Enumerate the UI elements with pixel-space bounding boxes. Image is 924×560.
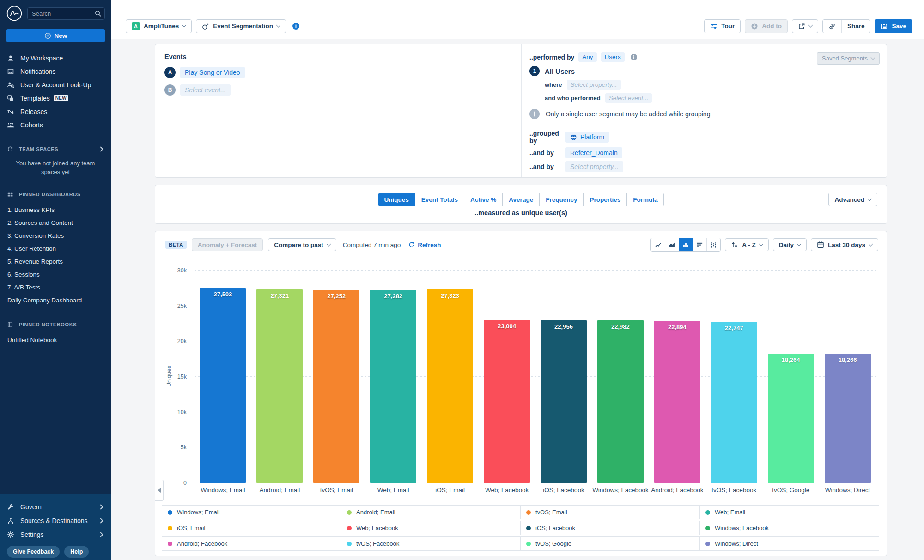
and-by-property-select[interactable]: Select property... bbox=[565, 161, 623, 172]
dashboard-item-6-sessions[interactable]: 6. Sessions bbox=[0, 268, 111, 281]
legend-item-windows-facebook[interactable]: Windows; Facebook bbox=[699, 521, 879, 535]
sidebar-item-my-workspace[interactable]: My Workspace bbox=[0, 51, 111, 65]
dashboard-item-3-conversion-rates[interactable]: 3. Conversion Rates bbox=[0, 229, 111, 242]
bar-tvos-google[interactable]: 18,264 bbox=[768, 354, 814, 483]
sidebar-item-user-account-look-up[interactable]: User & Account Look-Up bbox=[0, 78, 111, 91]
legend-item-ios-facebook[interactable]: iOS; Facebook bbox=[520, 521, 700, 535]
legend-item-windows-direct[interactable]: Windows; Direct bbox=[699, 536, 879, 551]
sidebar-item-cohorts[interactable]: Cohorts bbox=[0, 118, 111, 132]
add-to-button[interactable]: Add to bbox=[745, 19, 788, 33]
bar-tvos-email[interactable]: 27,252 bbox=[313, 290, 359, 483]
legend-item-tvos-facebook[interactable]: tvOS; Facebook bbox=[341, 536, 521, 551]
area-chart-button[interactable] bbox=[665, 238, 679, 251]
search-input[interactable] bbox=[27, 7, 105, 20]
sidebar-item-notifications[interactable]: Notifications bbox=[0, 65, 111, 78]
tab-frequency[interactable]: Frequency bbox=[539, 193, 583, 206]
row-chart-button[interactable] bbox=[693, 238, 706, 251]
help-button[interactable]: Help bbox=[64, 546, 89, 558]
and-who-performed-label: and who performed bbox=[545, 95, 601, 102]
save-button[interactable]: Save bbox=[875, 19, 912, 33]
search-box[interactable] bbox=[27, 7, 105, 20]
event-chip-play-song-or-video[interactable]: Play Song or Video bbox=[180, 67, 245, 78]
amplitude-logo-icon[interactable] bbox=[6, 6, 22, 21]
legend-item-windows-email[interactable]: Windows; Email bbox=[162, 505, 341, 519]
copy-link-button[interactable] bbox=[823, 20, 841, 33]
bar-android-facebook[interactable]: 22,894 bbox=[654, 321, 700, 483]
refresh-button[interactable]: Refresh bbox=[408, 241, 441, 248]
sidebar-item-sources-destinations[interactable]: Sources & Destinations bbox=[0, 514, 111, 528]
advanced-button[interactable]: Advanced bbox=[828, 193, 877, 206]
dashboard-item-5-revenue-reports[interactable]: 5. Revenue Reports bbox=[0, 255, 111, 268]
compare-to-past-button[interactable]: Compare to past bbox=[268, 238, 336, 251]
legend-item-web-facebook[interactable]: Web; Facebook bbox=[341, 521, 521, 535]
bar-windows-email[interactable]: 27,503 bbox=[200, 288, 246, 483]
and-who-event-select[interactable]: Select event... bbox=[605, 93, 652, 103]
date-range-button[interactable]: Last 30 days bbox=[811, 238, 878, 251]
bar-slot: 22,982 bbox=[592, 320, 649, 483]
dashboard-item-daily-company-dashboard[interactable]: Daily Company Dashboard bbox=[0, 294, 111, 307]
analysis-type-button[interactable]: Event Segmentation bbox=[196, 19, 286, 33]
bar-slot: 18,266 bbox=[819, 354, 876, 483]
team-spaces-icon bbox=[7, 146, 13, 152]
bar-android-email[interactable]: 27,321 bbox=[256, 289, 303, 483]
where-property-select[interactable]: Select property... bbox=[567, 80, 621, 90]
tab-event-totals[interactable]: Event Totals bbox=[415, 193, 464, 206]
new-button[interactable]: New bbox=[6, 29, 105, 42]
dashboard-item-7-a-b-tests[interactable]: 7. A/B Tests bbox=[0, 281, 111, 294]
bar-web-email[interactable]: 27,282 bbox=[370, 290, 416, 483]
sidebar-item-govern[interactable]: Govern bbox=[0, 500, 111, 514]
sidebar-item-templates[interactable]: TemplatesNEW bbox=[0, 91, 111, 105]
export-button[interactable] bbox=[792, 19, 818, 33]
tab-uniques[interactable]: Uniques bbox=[378, 193, 415, 206]
sidebar-item-label: Sources & Destinations bbox=[20, 517, 88, 524]
sidebar-item-settings[interactable]: Settings bbox=[0, 528, 111, 542]
info-icon[interactable] bbox=[630, 54, 638, 61]
column-chart-button[interactable] bbox=[679, 238, 693, 251]
sidebar-item-releases[interactable]: Releases bbox=[0, 105, 111, 118]
legend-item-android-facebook[interactable]: Android; Facebook bbox=[162, 536, 341, 551]
tab-formula[interactable]: Formula bbox=[626, 193, 663, 206]
bar-value-label: 27,321 bbox=[256, 292, 303, 299]
give-feedback-button[interactable]: Give Feedback bbox=[7, 546, 60, 558]
legend-item-tvos-google[interactable]: tvOS; Google bbox=[520, 536, 700, 551]
dashboard-item-2-sources-and-content[interactable]: 2. Sources and Content bbox=[0, 217, 111, 229]
bar-tvos-facebook[interactable]: 22,747 bbox=[711, 322, 757, 483]
tab-average[interactable]: Average bbox=[502, 193, 539, 206]
dashboard-item-4-user-retention[interactable]: 4. User Retention bbox=[0, 242, 111, 255]
project-selector-button[interactable]: A AmpliTunes bbox=[126, 19, 192, 33]
and-by-chip[interactable]: Referer_Domain bbox=[565, 147, 622, 158]
team-spaces-header[interactable]: TEAM SPACES bbox=[0, 145, 111, 153]
users-chip[interactable]: Users bbox=[601, 52, 625, 62]
info-icon[interactable] bbox=[292, 22, 300, 30]
line-chart-button[interactable] bbox=[651, 238, 665, 251]
row-chart-icon bbox=[696, 241, 703, 248]
bar-windows-direct[interactable]: 18,266 bbox=[825, 354, 871, 483]
link-icon bbox=[828, 23, 836, 30]
segment-name[interactable]: All Users bbox=[545, 67, 575, 75]
interval-button[interactable]: Daily bbox=[773, 238, 807, 251]
dashboard-item-1-business-kpis[interactable]: 1. Business KPIs bbox=[0, 204, 111, 217]
grouped-by-chip[interactable]: Platform bbox=[565, 132, 609, 143]
collapse-panel-button[interactable] bbox=[155, 480, 164, 501]
tab-active[interactable]: Active % bbox=[464, 193, 502, 206]
tab-properties[interactable]: Properties bbox=[583, 193, 626, 206]
legend-item-android-email[interactable]: Android; Email bbox=[341, 505, 521, 519]
share-button[interactable]: Share bbox=[841, 20, 870, 33]
legend-item-web-email[interactable]: Web; Email bbox=[699, 505, 879, 519]
measured-as-text: ..measured as unique user(s) bbox=[155, 209, 887, 217]
saved-segments-button[interactable]: Saved Segments bbox=[817, 52, 880, 65]
bar-web-facebook[interactable]: 23,004 bbox=[484, 320, 530, 483]
tour-button[interactable]: Tour bbox=[704, 19, 741, 33]
bar-windows-facebook[interactable]: 22,982 bbox=[597, 320, 644, 483]
grid-chart-button[interactable] bbox=[706, 238, 720, 251]
notebook-item-untitled-notebook[interactable]: Untitled Notebook bbox=[0, 334, 111, 347]
bar-ios-facebook[interactable]: 22,956 bbox=[541, 320, 587, 483]
add-segment-icon[interactable] bbox=[529, 109, 540, 119]
sort-button[interactable]: A - Z bbox=[725, 238, 769, 251]
anomaly-forecast-button[interactable]: Anomaly + Forecast bbox=[192, 238, 263, 251]
any-chip[interactable]: Any bbox=[578, 52, 596, 62]
legend-item-ios-email[interactable]: iOS; Email bbox=[162, 521, 341, 535]
legend-item-tvos-email[interactable]: tvOS; Email bbox=[520, 505, 700, 519]
event-select-placeholder[interactable]: Select event... bbox=[180, 84, 231, 96]
bar-ios-email[interactable]: 27,323 bbox=[427, 289, 473, 483]
